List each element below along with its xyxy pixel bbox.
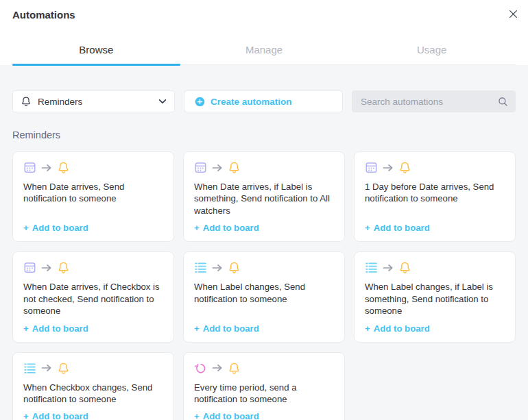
automation-card: When Date arrives, Send notification to … (12, 151, 174, 242)
page-title: Automations (12, 9, 75, 21)
arrow-right-icon (41, 163, 52, 173)
controls-row: Reminders Create automation (12, 90, 516, 112)
add-to-board-label: Add to board (32, 323, 88, 334)
card-text: When Label changes, Send notification to… (194, 281, 334, 305)
bell-icon (57, 362, 70, 375)
arrow-right-icon (41, 263, 52, 273)
content-area: Reminders Create automation Reminders (0, 65, 528, 420)
card-icons (365, 261, 505, 274)
add-to-board-label: Add to board (32, 411, 88, 420)
bell-icon (21, 96, 32, 107)
automation-card: When Date arrives, if Label is something… (183, 151, 345, 242)
close-button[interactable] (505, 5, 521, 22)
plus-icon: + (194, 411, 200, 420)
arrow-right-icon (41, 363, 52, 373)
card-icons (23, 161, 163, 174)
plus-icon: + (365, 323, 370, 334)
arrow-right-icon (212, 363, 223, 373)
bell-icon (398, 161, 411, 174)
search-input[interactable] (359, 96, 492, 108)
chevron-down-icon (158, 99, 167, 104)
card-icons (194, 261, 334, 274)
card-icons (23, 261, 163, 274)
add-to-board-link[interactable]: + Add to board (194, 405, 334, 420)
automation-card: Every time period, send a notification t… (183, 352, 345, 420)
plus-circle-icon (195, 97, 205, 107)
tab-manage[interactable]: Manage (180, 38, 348, 64)
add-to-board-label: Add to board (374, 323, 430, 334)
card-icons (194, 161, 334, 174)
add-to-board-label: Add to board (203, 223, 259, 233)
bell-icon (228, 161, 241, 174)
tab-browse[interactable]: Browse (12, 38, 180, 64)
bell-icon (57, 161, 70, 174)
automation-card: When Label changes, Send notification to… (183, 251, 345, 342)
arrow-right-icon (383, 163, 394, 173)
bell-icon (398, 261, 411, 274)
card-text: When Date arrives, if Checkbox is not ch… (23, 281, 163, 317)
add-to-board-label: Add to board (32, 223, 88, 233)
card-text: Every time period, send a notification t… (194, 382, 334, 406)
plus-icon: + (23, 323, 29, 334)
automation-card: When Label changes, if Label is somethin… (354, 251, 516, 342)
plus-icon: + (23, 411, 29, 420)
plus-icon: + (194, 323, 200, 334)
add-to-board-label: Add to board (203, 323, 259, 334)
add-to-board-link[interactable]: + Add to board (194, 317, 334, 334)
add-to-board-link[interactable]: + Add to board (365, 217, 505, 233)
search-icon (498, 97, 508, 107)
close-icon (509, 10, 518, 18)
calendar-icon (194, 161, 207, 174)
add-to-board-link[interactable]: + Add to board (194, 217, 334, 233)
category-dropdown[interactable]: Reminders (12, 90, 175, 112)
automations-modal: Automations Browse Manage Usage Reminder… (0, 0, 528, 420)
tab-usage[interactable]: Usage (348, 38, 516, 64)
plus-icon: + (23, 223, 29, 233)
automation-card: When Checkbox changes, Send notification… (12, 352, 174, 420)
card-text: 1 Day before Date arrives, Send notifica… (365, 181, 505, 205)
section-heading: Reminders (12, 129, 516, 140)
automation-card: 1 Day before Date arrives, Send notifica… (354, 151, 516, 242)
add-to-board-label: Add to board (203, 411, 259, 420)
calendar-icon (23, 161, 36, 174)
card-text: When Label changes, if Label is somethin… (365, 281, 505, 317)
plus-icon: + (365, 223, 370, 233)
card-icons (194, 362, 334, 375)
rotate-icon (194, 362, 207, 375)
bell-icon (57, 261, 70, 274)
modal-header: Automations (0, 0, 528, 21)
card-icons (365, 161, 505, 174)
category-dropdown-value: Reminders (38, 97, 152, 107)
plus-icon: + (194, 223, 200, 233)
card-icons (23, 362, 163, 375)
card-text: When Checkbox changes, Send notification… (23, 382, 163, 406)
card-text: When Date arrives, Send notification to … (23, 181, 163, 205)
list-icon (23, 362, 36, 375)
list-icon (365, 261, 378, 274)
add-to-board-link[interactable]: + Add to board (23, 217, 163, 233)
list-icon (194, 261, 207, 274)
bell-icon (228, 261, 241, 274)
tab-bar: Browse Manage Usage (12, 38, 516, 65)
create-automation-label: Create automation (211, 97, 292, 107)
arrow-right-icon (212, 263, 223, 273)
add-to-board-link[interactable]: + Add to board (365, 317, 505, 334)
automation-card-grid: When Date arrives, Send notification to … (12, 151, 516, 420)
card-text: When Date arrives, if Label is something… (194, 181, 334, 217)
bell-icon (228, 362, 241, 375)
calendar-icon (365, 161, 378, 174)
arrow-right-icon (383, 263, 394, 273)
create-automation-button[interactable]: Create automation (184, 90, 343, 112)
calendar-icon (23, 261, 36, 274)
search-box (352, 90, 516, 112)
add-to-board-label: Add to board (374, 223, 430, 233)
arrow-right-icon (212, 163, 223, 173)
automation-card: When Date arrives, if Checkbox is not ch… (12, 251, 174, 342)
add-to-board-link[interactable]: + Add to board (23, 317, 163, 334)
add-to-board-link[interactable]: + Add to board (23, 405, 163, 420)
